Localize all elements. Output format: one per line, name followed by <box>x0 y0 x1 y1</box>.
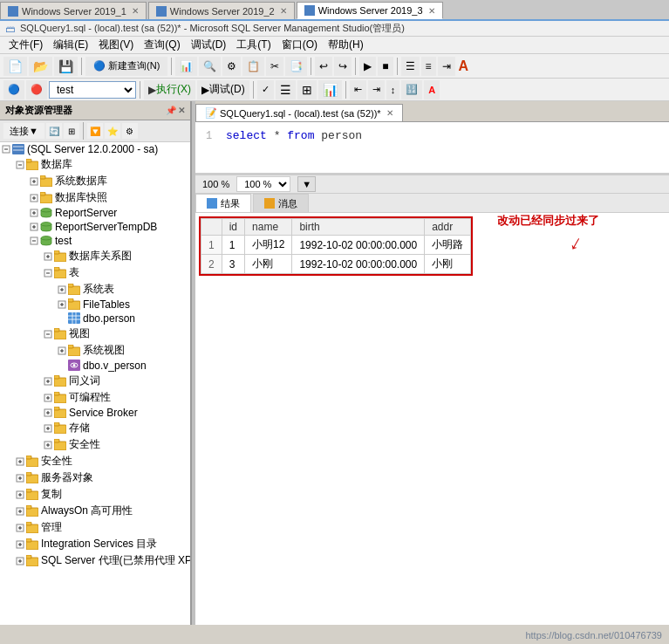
new-query-btn[interactable]: 🔵 新建查询(N) <box>85 57 167 76</box>
tree-item[interactable]: 视图 <box>0 325 190 342</box>
new-btn[interactable]: 📄 <box>3 57 27 76</box>
toolbar-icon-7[interactable]: ▶ <box>359 57 376 76</box>
tree-item[interactable]: 数据库快照 <box>0 189 190 206</box>
tree-toggle[interactable] <box>42 439 54 451</box>
tree-toggle[interactable] <box>28 235 40 247</box>
toolbar2-icon-2[interactable]: 🔴 <box>26 80 47 99</box>
tree-item[interactable]: FileTables <box>0 298 190 312</box>
connect-btn[interactable]: 连接▼ <box>3 123 44 139</box>
tree-item[interactable]: ReportServer <box>0 206 190 220</box>
refresh-btn[interactable]: 🔄 <box>46 123 62 139</box>
tree-item[interactable]: dbo.v_person <box>0 359 190 373</box>
tree-toggle[interactable] <box>28 192 40 204</box>
menu-window[interactable]: 窗口(O) <box>276 37 323 53</box>
toolbar2-icon-1[interactable]: 🔵 <box>3 80 24 99</box>
toolbar-icon-4[interactable]: 📋 <box>242 57 264 76</box>
toolbar-icon-align2[interactable]: ≡ <box>421 57 436 76</box>
tree-toggle[interactable] <box>14 456 26 468</box>
tree-item[interactable]: 管理 <box>0 519 190 536</box>
tree-item[interactable]: SQL Server 代理(已禁用代理 XP) <box>0 552 190 569</box>
tree-toggle[interactable] <box>56 312 68 325</box>
tree-toggle[interactable] <box>56 298 68 311</box>
result-tab-grid[interactable]: 结果 <box>195 194 251 212</box>
tree-item[interactable]: 表 <box>0 264 190 281</box>
menu-file[interactable]: 文件(F) <box>3 37 48 53</box>
tree-toggle[interactable] <box>28 175 40 188</box>
tree-toggle[interactable] <box>42 407 54 419</box>
window-tab-1-close[interactable]: ✕ <box>132 6 139 16</box>
toolbar2-icon-9[interactable]: ↕ <box>386 80 400 99</box>
menu-debug[interactable]: 调试(D) <box>186 37 232 53</box>
tree-item[interactable]: 系统视图 <box>0 342 190 359</box>
result-tab-msg[interactable]: 消息 <box>253 194 309 212</box>
toolbar2-icon-8[interactable]: ⇥ <box>368 80 385 99</box>
menu-help[interactable]: 帮助(H) <box>323 37 369 53</box>
tree-item[interactable]: test <box>0 234 190 248</box>
tree-item[interactable]: 数据库 <box>0 156 190 173</box>
zoom-down-btn[interactable]: ▼ <box>297 176 316 192</box>
menu-query[interactable]: 查询(Q) <box>139 37 185 53</box>
tree-toggle[interactable] <box>28 207 40 219</box>
save-btn[interactable]: 💾 <box>54 57 78 76</box>
tree-item[interactable]: Service Broker <box>0 406 190 420</box>
tree-item[interactable]: 安全性 <box>0 436 190 453</box>
tree-toggle[interactable] <box>42 422 54 435</box>
table-row[interactable]: 11小明121992-10-02 00:00:00.000小明路 <box>201 236 471 255</box>
tree-item[interactable]: 数据库关系图 <box>0 248 190 264</box>
tree-item[interactable]: ReportServerTempDB <box>0 220 190 234</box>
tree-toggle[interactable] <box>14 159 26 171</box>
menu-edit[interactable]: 编辑(E) <box>48 37 93 53</box>
tree-item[interactable]: (SQL Server 12.0.2000 - sa) <box>0 142 190 156</box>
check-btn[interactable]: ✓ <box>257 80 274 99</box>
tree-toggle[interactable] <box>14 472 26 484</box>
tree-toggle[interactable] <box>42 328 54 340</box>
toolbar2-icon-4[interactable]: ☰ <box>276 80 296 99</box>
toolbar-icon-6[interactable]: 📑 <box>285 57 307 76</box>
toolbar2-icon-7[interactable]: ⇤ <box>350 80 366 99</box>
panel-pin-icon[interactable]: 📌 <box>166 106 176 115</box>
zoom-select[interactable]: 100 % 75 % 125 % <box>236 176 290 192</box>
tree-toggle[interactable] <box>0 143 12 155</box>
tree-item[interactable]: AlwaysOn 高可用性 <box>0 503 190 519</box>
debug-btn[interactable]: ▶ 调试(D) <box>197 80 249 99</box>
tree-toggle[interactable] <box>14 538 26 551</box>
tree-toggle[interactable] <box>14 522 26 534</box>
database-selector[interactable]: test <box>49 81 136 99</box>
window-tab-3-close[interactable]: ✕ <box>428 6 435 16</box>
toolbar-icon-indent[interactable]: ⇥ <box>438 57 455 76</box>
window-tab-2-close[interactable]: ✕ <box>280 6 287 16</box>
tree-toggle[interactable] <box>42 267 54 279</box>
toolbar-icon-2[interactable]: 🔍 <box>199 57 221 76</box>
execute-btn[interactable]: ▶ 执行(X) <box>144 80 195 99</box>
explorer-icon-2[interactable]: ⭐ <box>105 123 120 139</box>
menu-view[interactable]: 视图(V) <box>93 37 139 53</box>
toolbar2-icon-6[interactable]: 📊 <box>318 80 342 99</box>
tree-item[interactable]: 复制 <box>0 486 190 503</box>
window-tab-3[interactable]: Windows Server 2019_3 ✕ <box>297 2 443 19</box>
tree-toggle[interactable] <box>14 489 26 501</box>
window-tab-2[interactable]: Windows Server 2019_2 ✕ <box>148 2 295 19</box>
window-tab-1[interactable]: Windows Server 2019_1 ✕ <box>0 2 147 19</box>
tree-item[interactable]: 同义词 <box>0 373 190 389</box>
tree-toggle[interactable] <box>56 345 68 357</box>
explorer-icon-1[interactable]: ⊞ <box>64 123 79 139</box>
toolbar-icon-3[interactable]: ⚙ <box>222 57 241 76</box>
panel-close-icon[interactable]: ✕ <box>178 106 185 115</box>
tree-item[interactable]: 可编程性 <box>0 389 190 406</box>
tree-toggle[interactable] <box>42 375 54 387</box>
table-row[interactable]: 23小刚1992-10-02 00:00:00.000小刚 <box>201 255 471 274</box>
explorer-icon-3[interactable]: ⚙ <box>122 123 138 139</box>
toolbar2-icon-5[interactable]: ⊞ <box>297 80 317 99</box>
tree-toggle[interactable] <box>14 555 26 567</box>
tree-item[interactable]: 系统表 <box>0 281 190 298</box>
query-tab-close[interactable]: ✕ <box>386 108 393 118</box>
tree-toggle[interactable] <box>42 250 54 263</box>
toolbar-icon-1[interactable]: 📊 <box>175 57 197 76</box>
menu-tools[interactable]: 工具(T) <box>231 37 276 53</box>
query-tab-1[interactable]: 📝 SQLQuery1.sql - (local).test (sa (52))… <box>195 104 403 121</box>
tree-toggle[interactable] <box>56 284 68 296</box>
tree-item[interactable]: Integration Services 目录 <box>0 536 190 552</box>
tree-toggle[interactable] <box>42 392 54 404</box>
undo-btn[interactable]: ↩ <box>315 57 332 76</box>
tree-item[interactable]: 安全性 <box>0 453 190 469</box>
